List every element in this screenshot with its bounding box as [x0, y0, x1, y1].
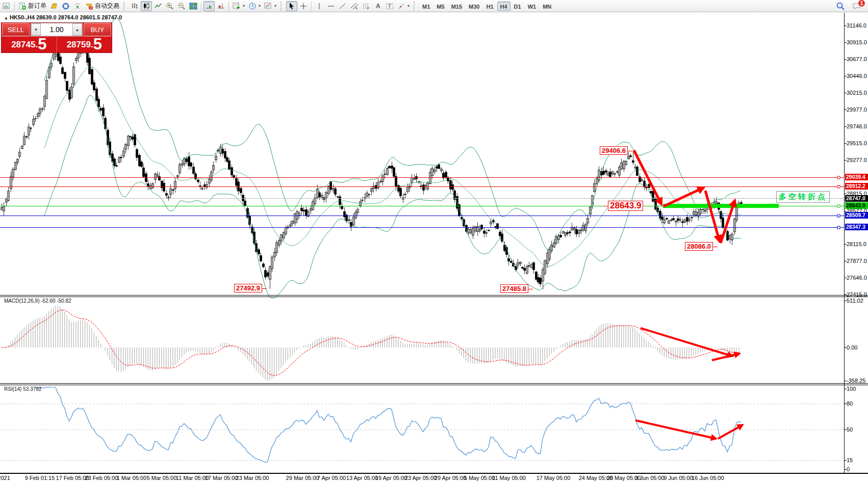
- tile-windows-icon: [189, 2, 197, 10]
- chart-shift-icon: [217, 2, 225, 10]
- horizontal-line-tool-button[interactable]: [325, 1, 337, 11]
- date-tick-label: 29 Mar 05:00: [286, 475, 319, 481]
- data-window-icon: [62, 2, 70, 10]
- indicator-tick-label: -358.25: [847, 378, 868, 384]
- toolbar-separator: [311, 2, 312, 11]
- macd-label: MACD(12,26,9) -52.60 -50.82: [4, 298, 71, 304]
- price-badge: 28347.3: [845, 224, 868, 230]
- toolbar-separator: [14, 2, 15, 11]
- chart-shift-button[interactable]: [215, 1, 226, 11]
- timeframe-button-m15[interactable]: M15: [448, 2, 465, 11]
- signals-button[interactable]: [72, 1, 83, 11]
- toolbar-grip: [280, 2, 284, 11]
- timeframe-button-h4[interactable]: H4: [497, 2, 510, 11]
- sell-price[interactable]: 28745.5: [2, 36, 57, 52]
- templates-button[interactable]: ▾: [263, 1, 278, 11]
- timeframe-button-w1[interactable]: W1: [525, 2, 540, 11]
- autotrading-button[interactable]: 自动交易: [84, 1, 121, 11]
- text-tool-button[interactable]: A: [372, 1, 384, 11]
- equidistant-channel-icon: E: [350, 2, 359, 10]
- price-annotation[interactable]: 27492.9: [234, 284, 262, 292]
- sell-button[interactable]: SELL: [2, 23, 30, 36]
- vertical-line-tool-button[interactable]: [314, 1, 325, 11]
- date-tick-label: 17 Feb 05:00: [56, 475, 89, 481]
- chart-canvas[interactable]: [0, 0, 868, 482]
- vertical-line-icon: [315, 2, 323, 10]
- volume-input[interactable]: [41, 23, 72, 36]
- toolbar: 新订单 自动交易: [0, 0, 868, 12]
- zoom-out-button[interactable]: [176, 1, 187, 11]
- price-badge: 28509.7: [845, 212, 868, 219]
- price-annotation[interactable]: 28086.0: [685, 242, 713, 251]
- time-axis[interactable]: 1 Feb 20219 Feb 01:1517 Feb 05:0023 Feb …: [0, 474, 868, 482]
- data-window-button[interactable]: [60, 1, 71, 11]
- cursor-tool-button[interactable]: [286, 1, 297, 11]
- price-tick-label: 29277.0: [847, 157, 868, 163]
- price-annotation[interactable]: 27485.8: [500, 284, 528, 293]
- timeframe-button-h1[interactable]: H1: [483, 2, 496, 11]
- price-annotation[interactable]: 29406.6: [600, 146, 628, 155]
- templates-icon: [264, 2, 272, 10]
- search-button[interactable]: [834, 1, 847, 11]
- trendline-tool-button[interactable]: [337, 1, 348, 11]
- timeframe-button-m5[interactable]: M5: [433, 2, 447, 11]
- search-icon: [836, 2, 845, 11]
- timeframe-button-m30[interactable]: M30: [466, 2, 482, 11]
- pivot-band: [663, 204, 779, 208]
- sell-price-big: 5: [38, 37, 46, 51]
- new-order-button[interactable]: 新订单: [17, 1, 48, 11]
- volume-decrease-button[interactable]: ▼: [31, 23, 41, 36]
- bar-chart-button[interactable]: [129, 1, 140, 11]
- autotrading-icon: [85, 2, 93, 10]
- fibonacci-tool-button[interactable]: F: [361, 1, 372, 11]
- notifications-button[interactable]: 1: [851, 1, 863, 11]
- symbol-ohlc-text: HK50-,H4 28639.0 28764.0 28601.5 28747.0: [10, 14, 122, 20]
- candlestick-chart-button[interactable]: [141, 1, 152, 11]
- new-chart-button[interactable]: [1, 1, 12, 11]
- candlestick-series: [1, 44, 743, 289]
- arrows-tool-button[interactable]: ▾: [396, 1, 411, 11]
- channel-tool-button[interactable]: E: [349, 1, 360, 11]
- pivot-text-annotation[interactable]: 多空转折点: [776, 191, 830, 203]
- crosshair-tool-button[interactable]: [298, 1, 309, 11]
- volume-increase-button[interactable]: ▲: [72, 23, 82, 36]
- dropdown-arrow-icon: ▾: [243, 4, 245, 8]
- new-order-label: 新订单: [28, 2, 46, 10]
- timeframe-button-m1[interactable]: M1: [419, 2, 433, 11]
- zoom-in-button[interactable]: [164, 1, 175, 11]
- periods-button[interactable]: ▾: [247, 1, 262, 11]
- clock-icon: [248, 2, 257, 10]
- date-tick-label: 5 May 05:00: [464, 475, 495, 481]
- macd-indicator: [2, 306, 741, 381]
- price-tick-label: 29515.0: [847, 140, 868, 146]
- indicator-tick-label: 0: [847, 466, 868, 472]
- date-tick-label: 9 Feb 01:15: [25, 475, 55, 481]
- price-badge: 29039.4: [845, 174, 868, 180]
- timeframe-group: M1M5M15M30H1H4D1W1MN: [419, 2, 554, 11]
- text-a-icon: A: [374, 2, 382, 10]
- price-tick-label: 27646.0: [847, 275, 868, 281]
- tile-windows-button[interactable]: [188, 1, 199, 11]
- date-tick-label: 5 Mar 05:00: [147, 475, 177, 481]
- date-tick-label: 29 Apr 05:00: [435, 475, 466, 481]
- one-click-trade-panel: SELL ▼ ▲ BUY 28745.5 28759.5: [1, 22, 112, 53]
- buy-button[interactable]: BUY: [84, 23, 111, 36]
- indicator-tick-label: 80: [847, 400, 868, 407]
- timeframe-button-d1[interactable]: D1: [511, 2, 524, 11]
- market-watch-button[interactable]: [48, 1, 60, 11]
- indicators-button[interactable]: ▾: [231, 1, 246, 11]
- price-tick-label: 28115.0: [847, 241, 868, 247]
- timeframe-button-mn[interactable]: MN: [540, 2, 554, 11]
- svg-text:F: F: [367, 7, 369, 10]
- date-tick-label: 23 Feb 05:00: [85, 475, 118, 481]
- buy-price[interactable]: 28759.5: [57, 36, 112, 52]
- price-tick-label: 27877.0: [847, 258, 868, 264]
- label-tool-button[interactable]: T: [384, 1, 395, 11]
- auto-scroll-button[interactable]: [203, 1, 215, 11]
- line-chart-button[interactable]: [152, 1, 164, 11]
- price-annotation[interactable]: 28643.9: [608, 201, 643, 211]
- collapse-icon[interactable]: ▲: [4, 16, 8, 20]
- date-tick-label: 23 Apr 05:00: [405, 475, 437, 481]
- price-badge: 28643.9: [845, 202, 868, 209]
- price-tick-label: 30915.0: [847, 39, 868, 45]
